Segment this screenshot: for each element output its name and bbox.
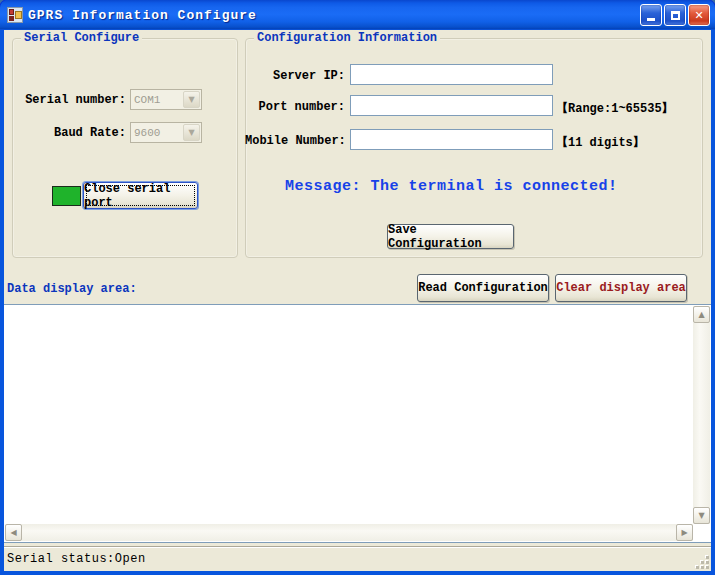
maximize-button[interactable] [664,4,686,26]
status-text: Serial status:Open [4,552,146,566]
scroll-right-icon: ▶ [681,528,687,537]
close-icon: ✕ [694,9,703,22]
scroll-down-button[interactable]: ▼ [693,507,710,524]
data-display-area[interactable]: ▲ ▼ ◀ ▶ [4,304,711,543]
mobile-number-input[interactable] [350,129,553,150]
app-icon [7,7,23,23]
resize-grip-icon[interactable] [696,556,710,570]
data-display-content [6,307,691,522]
horizontal-scrollbar[interactable]: ◀ ▶ [5,524,693,541]
client-area: Serial Configure Serial number: COM1 ▼ B… [4,30,711,571]
baud-rate-select: 9600 ▼ [130,122,202,143]
titlebar[interactable]: GPRS Information Configure ✕ [0,0,715,30]
serial-number-select: COM1 ▼ [130,89,202,110]
chevron-down-icon: ▼ [188,128,194,137]
serial-number-label: Serial number: [22,93,126,107]
port-range-hint: 【Range:1~65535】 [556,100,674,117]
port-number-label: Port number: [245,100,345,114]
clear-display-area-button[interactable]: Clear display area [555,274,687,302]
close-serial-port-button[interactable]: Close serial port [83,182,198,209]
port-number-input[interactable] [350,95,553,116]
minimize-icon [647,18,655,21]
mobile-digits-hint: 【11 digits】 [556,134,645,151]
data-display-label: Data display area: [7,282,137,296]
save-configuration-button[interactable]: Save Configuration [387,224,514,249]
server-ip-label: Server IP: [245,69,345,83]
scroll-up-icon: ▲ [698,310,704,319]
scroll-up-button[interactable]: ▲ [693,306,710,323]
serial-status-indicator [52,186,81,206]
window-title: GPRS Information Configure [28,8,257,23]
serial-configure-group: Serial Configure [12,38,238,258]
scroll-left-button[interactable]: ◀ [5,524,22,541]
maximize-icon [671,11,680,20]
serial-configure-title: Serial Configure [21,31,142,45]
read-configuration-button[interactable]: Read Configuration [417,274,549,302]
gprs-configure-window: GPRS Information Configure ✕ Serial Conf… [0,0,715,575]
scroll-left-icon: ◀ [10,528,16,537]
mobile-number-label: Mobile Number: [245,134,345,148]
close-button[interactable]: ✕ [688,4,710,26]
baud-rate-label: Baud Rate: [22,126,126,140]
vertical-scrollbar[interactable]: ▲ ▼ [693,306,710,524]
server-ip-input[interactable] [350,64,553,85]
status-bar: Serial status:Open [4,546,711,571]
chevron-down-icon: ▼ [188,95,194,104]
connection-message: Message: The terminal is connected! [285,178,705,195]
scroll-right-button[interactable]: ▶ [676,524,693,541]
minimize-button[interactable] [640,4,662,26]
configuration-information-title: Configuration Information [254,31,440,45]
scroll-down-icon: ▼ [698,511,704,520]
